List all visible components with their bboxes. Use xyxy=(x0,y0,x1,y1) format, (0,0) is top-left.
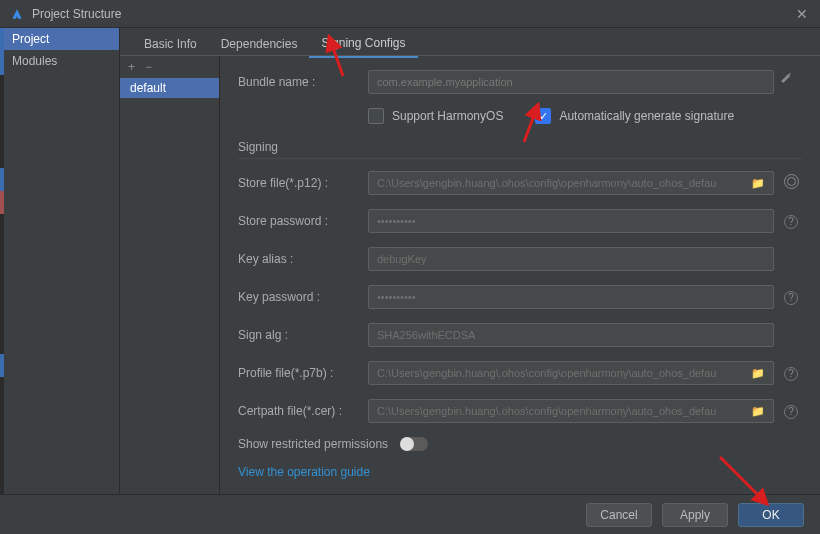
fingerprint-icon[interactable] xyxy=(780,174,802,192)
sign-alg-label: Sign alg : xyxy=(238,328,368,342)
app-logo-icon xyxy=(10,7,24,21)
show-restricted-label: Show restricted permissions xyxy=(238,437,388,451)
tab-bar: Basic Info Dependencies Signing Configs xyxy=(120,28,820,56)
auto-generate-signature-label: Automatically generate signature xyxy=(559,109,734,123)
tab-dependencies[interactable]: Dependencies xyxy=(209,33,310,57)
dialog-footer: Cancel Apply OK xyxy=(0,494,820,534)
store-password-input[interactable]: •••••••••• xyxy=(368,209,774,233)
apply-button[interactable]: Apply xyxy=(662,503,728,527)
support-harmonyos-label: Support HarmonyOS xyxy=(392,109,503,123)
ok-button[interactable]: OK xyxy=(738,503,804,527)
tab-basic-info[interactable]: Basic Info xyxy=(132,33,209,57)
profile-file-input[interactable]: C:\Users\gengbin.huang\.ohos\config\open… xyxy=(368,361,774,385)
operation-guide-link[interactable]: View the operation guide xyxy=(238,465,370,479)
sign-alg-input[interactable]: SHA256withECDSA xyxy=(368,323,774,347)
store-password-label: Store password : xyxy=(238,214,368,228)
signing-section-label: Signing xyxy=(238,140,802,159)
signing-form: Bundle name : com.example.myapplication … xyxy=(220,56,820,494)
sidebar-item-label: Modules xyxy=(12,54,57,68)
browse-icon[interactable]: 📁 xyxy=(751,405,765,418)
certpath-file-input[interactable]: C:\Users\gengbin.huang\.ohos\config\open… xyxy=(368,399,774,423)
key-password-input[interactable]: •••••••••• xyxy=(368,285,774,309)
edit-icon[interactable] xyxy=(780,74,802,91)
key-password-label: Key password : xyxy=(238,290,368,304)
help-icon[interactable]: ? xyxy=(780,366,802,381)
tab-signing-configs[interactable]: Signing Configs xyxy=(309,32,417,58)
auto-generate-signature-checkbox[interactable]: ✓ xyxy=(535,108,551,124)
sidebar-item-project[interactable]: Project xyxy=(0,28,119,50)
config-list: + − default xyxy=(120,56,220,494)
profile-file-label: Profile file(*.p7b) : xyxy=(238,366,368,380)
help-icon[interactable]: ? xyxy=(780,290,802,305)
sidebar-item-label: Project xyxy=(12,32,49,46)
bundle-name-label: Bundle name : xyxy=(238,75,368,89)
cancel-button[interactable]: Cancel xyxy=(586,503,652,527)
remove-config-icon[interactable]: − xyxy=(145,60,152,74)
help-icon[interactable]: ? xyxy=(780,404,802,419)
add-config-icon[interactable]: + xyxy=(128,60,135,74)
browse-icon[interactable]: 📁 xyxy=(751,367,765,380)
browse-icon[interactable]: 📁 xyxy=(751,177,765,190)
show-restricted-toggle[interactable] xyxy=(400,437,428,451)
key-alias-input[interactable]: debugKey xyxy=(368,247,774,271)
support-harmonyos-checkbox[interactable] xyxy=(368,108,384,124)
sidebar: Project Modules xyxy=(0,28,120,494)
dialog-titlebar: Project Structure ✕ xyxy=(0,0,820,28)
config-item-default[interactable]: default xyxy=(120,78,219,98)
bundle-name-input[interactable]: com.example.myapplication xyxy=(368,70,774,94)
editor-gutter xyxy=(0,28,4,494)
help-icon[interactable]: ? xyxy=(780,214,802,229)
close-icon[interactable]: ✕ xyxy=(794,6,810,22)
certpath-file-label: Certpath file(*.cer) : xyxy=(238,404,368,418)
store-file-input[interactable]: C:\Users\gengbin.huang\.ohos\config\open… xyxy=(368,171,774,195)
store-file-label: Store file(*.p12) : xyxy=(238,176,368,190)
key-alias-label: Key alias : xyxy=(238,252,368,266)
sidebar-item-modules[interactable]: Modules xyxy=(0,50,119,72)
dialog-title: Project Structure xyxy=(32,7,794,21)
